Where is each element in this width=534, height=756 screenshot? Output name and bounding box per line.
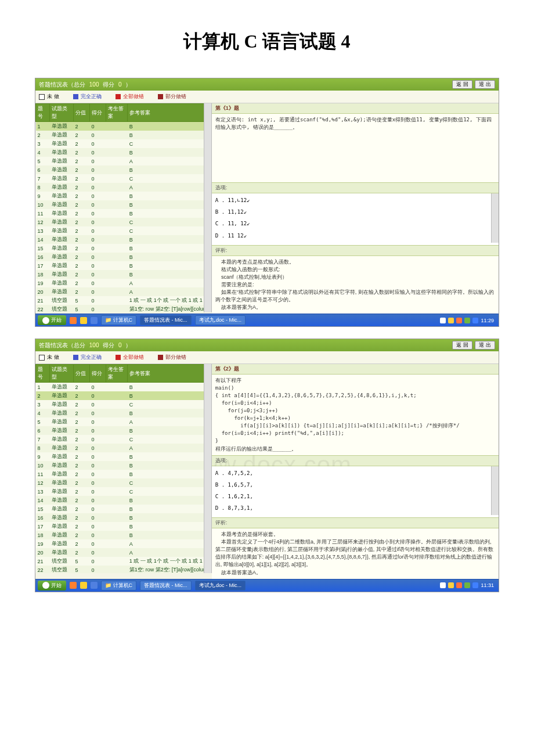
table-cell: 2 [73,148,89,157]
taskbar-folder[interactable]: 📁 计算机C [101,581,136,591]
table-row[interactable]: 21填空题501 或 一 或 1个 或 一个 或 1 或 1 个 [36,557,211,566]
table-cell: 单选题 [50,548,74,557]
table-row[interactable]: 18单选题20B [36,270,211,279]
question-table[interactable]: 题号 试题类型 分值 得分 考生答案 参考答案 1单选题20B2单选题20B3单… [35,364,211,573]
table-cell: 单选题 [50,287,74,296]
table-row[interactable]: 21填空题501 或 一 或 1个 或 一个 或 1 或 1 个 [36,296,211,305]
table-row[interactable]: 16单选题20B [36,253,211,261]
table-row[interactable]: 6单选题20B [36,426,211,435]
tray-icon[interactable] [464,318,470,323]
table-row[interactable]: 15单选题20B [36,244,211,253]
ql-icon-1[interactable] [70,317,77,324]
table-cell: 2 [73,391,89,400]
table-row[interactable]: 5单选题20A [36,417,211,426]
table-row[interactable]: 3单选题20C [36,139,211,148]
scrollbar-icon[interactable] [491,466,499,516]
table-row[interactable]: 9单选题20B [36,192,211,200]
table-row[interactable]: 19单选题20A [36,539,211,548]
table-row[interactable]: 10单选题20B [36,200,211,209]
taskbar-task-2[interactable]: 考试九.doc - Mic... [195,581,246,591]
table-row[interactable]: 20单选题20A [36,548,211,557]
table-row[interactable]: 4单选题20B [36,409,211,417]
option-a[interactable]: A . 4,7,5,2, [215,469,495,478]
tray-icon[interactable] [456,582,462,588]
table-row[interactable]: 14单选题20B [36,496,211,505]
table-row[interactable]: 2单选题20B [36,131,211,139]
option-c[interactable]: C . 1,6,2,1, [215,492,495,501]
table-row[interactable]: 15单选题20B [36,505,211,513]
table-row[interactable]: 3单选题20C [36,400,211,409]
scrollbar-icon[interactable] [204,103,211,312]
option-d[interactable]: D . 8,7,3,1, [215,503,495,513]
ql-icon-3[interactable] [91,582,98,589]
table-row[interactable]: 17单选题20B [36,522,211,531]
table-row[interactable]: 6单选题20B [36,165,211,174]
taskbar-folder[interactable]: 📁 计算机C [101,315,136,325]
tray-icon[interactable] [448,318,454,323]
table-cell: 单选题 [50,391,74,400]
tray-icon[interactable] [472,318,478,323]
tray-icon[interactable] [440,318,446,323]
table-row[interactable]: 10单选题20B [36,461,211,470]
start-button[interactable]: 开始 [38,581,66,591]
tray-icon[interactable] [448,582,454,588]
table-row[interactable]: 12单选题20C [36,478,211,487]
table-row[interactable]: 22填空题50第1空: row 第2空: [T]a[row][colum] [36,566,211,573]
table-row[interactable]: 19单选题20A [36,279,211,287]
ql-icon-1[interactable] [70,582,77,589]
table-row[interactable]: 8单选题20A [36,444,211,452]
ql-icon-2[interactable] [80,582,87,589]
table-row[interactable]: 13单选题20C [36,226,211,235]
tray-icon[interactable] [440,582,446,588]
option-d[interactable]: D . 11 12↙ [215,231,495,240]
table-row[interactable]: 11单选题20B [36,470,211,478]
tray-icon[interactable] [456,318,462,323]
option-b[interactable]: B . 11,12↙ [215,207,495,217]
taskbar-task1-label: 答题情况表 - Mic... [144,582,187,588]
square-darkred-icon [158,94,163,99]
table-row[interactable]: 7单选题20C [36,435,211,444]
option-a[interactable]: A . 11,∟12↙ [215,196,495,205]
table-row[interactable]: 4单选题20B [36,148,211,157]
table-cell: 单选题 [50,209,74,218]
taskbar-task-1[interactable]: 答题情况表 - Mic... [140,315,192,325]
table-row[interactable]: 16单选题20B [36,513,211,522]
back-button[interactable]: 返 回 [452,80,472,89]
start-button[interactable]: 开始 [38,315,66,325]
table-row[interactable]: 20单选题20A [36,287,211,296]
table-cell: 单选题 [50,157,74,165]
question-table[interactable]: 题号 试题类型 分值 得分 考生答案 参考答案 1单选题20B2单选题20B3单… [35,103,211,312]
table-row[interactable]: 14单选题20B [36,235,211,244]
table-row[interactable]: 17单选题20B [36,261,211,270]
table-row[interactable]: 11单选题20B [36,209,211,218]
table-row[interactable]: 13单选题20C [36,487,211,496]
tray-icon[interactable] [464,582,470,588]
table-row[interactable]: 7单选题20C [36,174,211,183]
ql-icon-2[interactable] [80,317,87,324]
table-cell: 22 [36,566,50,573]
table-row[interactable]: 18单选题20B [36,531,211,539]
tray-icon[interactable] [472,582,478,588]
table-row[interactable]: 12单选题20C [36,218,211,226]
exit-button[interactable]: 退 出 [475,80,495,89]
back-button[interactable]: 返 回 [452,341,472,350]
option-b[interactable]: B . 1,6,5,7, [215,480,495,489]
table-row[interactable]: 5单选题20A [36,157,211,165]
table-row[interactable]: 2单选题20B [36,391,211,400]
taskbar-task-2[interactable]: 考试九.doc - Mic... [195,315,246,325]
table-cell: 单选题 [50,174,74,183]
scrollbar-icon[interactable] [204,364,211,573]
scrollbar-icon[interactable] [491,193,499,243]
ql-icon-3[interactable] [91,317,98,324]
taskbar-task-1[interactable]: 答题情况表 - Mic... [140,581,192,591]
option-c[interactable]: C . 11, 12↙ [215,219,495,228]
table-row[interactable]: 1单选题20B [36,122,211,131]
table-row[interactable]: 22填空题50第1空: row 第2空: [T]a[row][colum] [36,305,211,312]
table-row[interactable]: 8单选题20A [36,183,211,192]
table-row[interactable]: 1单选题20B [36,383,211,392]
table-cell: B [128,235,211,244]
exit-button[interactable]: 退 出 [475,341,495,350]
table-cell: 1 或 一 或 1个 或 一个 或 1 或 1 个 [128,296,211,305]
table-cell: 11 [36,470,50,478]
table-row[interactable]: 9单选题20B [36,452,211,461]
